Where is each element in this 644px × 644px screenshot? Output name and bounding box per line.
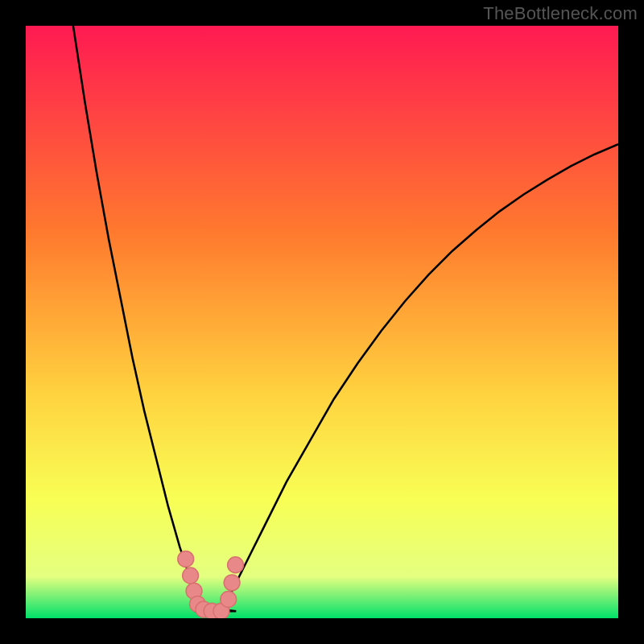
chart-frame: TheBottleneck.com xyxy=(0,0,644,644)
gradient-background xyxy=(26,26,618,618)
data-marker xyxy=(178,551,194,567)
bottleneck-curve-chart xyxy=(26,26,618,618)
data-marker xyxy=(221,592,237,608)
data-marker xyxy=(228,557,244,573)
plot-area xyxy=(26,26,618,618)
watermark-text: TheBottleneck.com xyxy=(483,3,638,24)
data-marker xyxy=(224,575,240,591)
data-marker xyxy=(183,568,199,584)
